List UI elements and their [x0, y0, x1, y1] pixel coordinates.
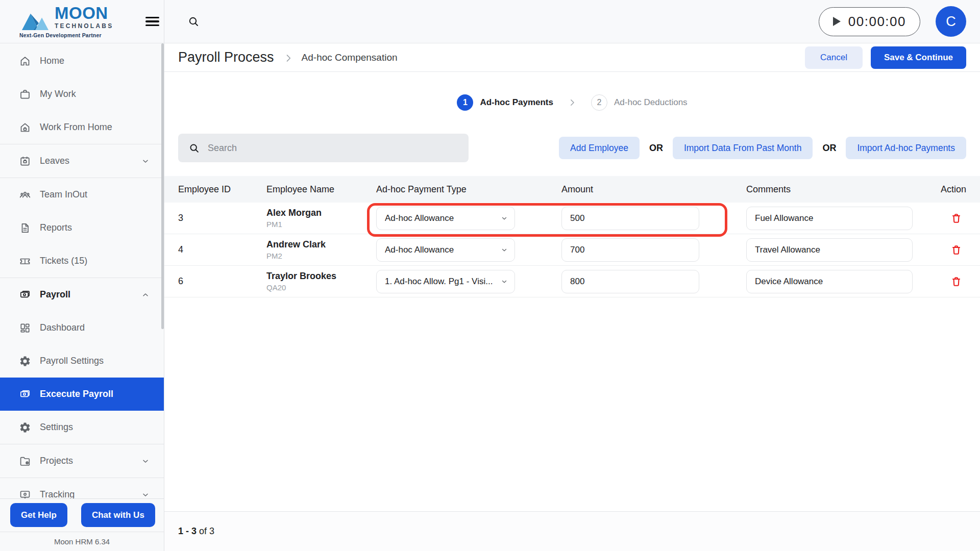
adhoc-payments-table: Employee IDEmployee NameAd-hoc Payment T…: [164, 176, 980, 297]
moon-logo-icon: [19, 7, 51, 30]
employee-id: 6: [178, 276, 266, 287]
comments-cell: [746, 238, 935, 262]
delete-row-button[interactable]: [946, 208, 966, 229]
sidebar-item-home[interactable]: Home: [0, 44, 164, 78]
sidebar-item-label: Projects: [40, 456, 141, 466]
sidebar: HomeMy WorkWork From HomeLeavesTeam InOu…: [0, 43, 164, 551]
payment-type-value: Ad-hoc Allowance: [385, 245, 454, 255]
payment-type-value: 1. Ad-hoc Allow. Pg1 - Visi...: [385, 277, 493, 287]
amount-cell: [561, 270, 746, 293]
gear-icon: [19, 421, 31, 434]
trash-icon: [950, 212, 962, 224]
comment-input[interactable]: [746, 238, 913, 262]
chevron-down-icon: [141, 491, 150, 499]
sidebar-item-label: Excecute Payroll: [40, 389, 150, 399]
search-icon: [189, 143, 200, 154]
chevron-down-icon: [141, 157, 150, 165]
payment-type-select[interactable]: Ad-hoc Allowance: [376, 207, 515, 230]
stepper: 1 Ad-hoc Payments 2 Ad-hoc Deductions: [164, 94, 980, 111]
topbar: MOON TECHNOLABS Next-Gen Development Par…: [0, 0, 980, 43]
search-input[interactable]: [208, 143, 469, 154]
logo-subtitle: TECHNOLABS: [55, 23, 113, 29]
briefcase-icon: [19, 88, 31, 101]
people-icon: [19, 189, 31, 201]
sidebar-item-label: Work From Home: [40, 122, 150, 133]
chevron-down-icon: [501, 215, 508, 222]
comment-input[interactable]: [746, 270, 913, 293]
add-employee-button[interactable]: Add Employee: [559, 137, 640, 159]
chevron-right-icon: [568, 98, 577, 107]
sidebar-nav: HomeMy WorkWork From HomeLeavesTeam InOu…: [0, 43, 164, 511]
sidebar-item-label: Home: [40, 56, 150, 66]
action-cell: [935, 208, 966, 229]
toolbar: Add Employee OR Import Data From Past Mo…: [164, 134, 980, 162]
chevron-down-icon: [141, 457, 150, 465]
delete-row-button[interactable]: [946, 240, 966, 260]
pagination-range: 1 - 3: [178, 526, 197, 537]
amount-input[interactable]: [561, 270, 699, 293]
payment-type-select[interactable]: Ad-hoc Allowance: [376, 238, 515, 262]
comment-input[interactable]: [746, 207, 913, 230]
search-icon[interactable]: [187, 15, 200, 28]
timer-widget[interactable]: 00:00:00: [819, 7, 920, 36]
sidebar-item-leaves[interactable]: Leaves: [0, 144, 164, 178]
column-header-employee-id: Employee ID: [178, 184, 266, 195]
sidebar-item-tickets-15[interactable]: Tickets (15): [0, 244, 164, 278]
sidebar-item-label: Payroll: [40, 289, 141, 300]
pagination: 1 - 3 of 3: [164, 511, 980, 551]
sidebar-item-payroll[interactable]: Payroll: [0, 278, 164, 311]
sidebar-item-label: Dashboard: [40, 322, 150, 333]
employee-code: PM1: [266, 220, 376, 229]
sidebar-item-excecute-payroll[interactable]: Excecute Payroll: [0, 378, 164, 411]
or-label: OR: [649, 143, 663, 154]
delete-row-button[interactable]: [946, 271, 966, 292]
sidebar-item-work-from-home[interactable]: Work From Home: [0, 111, 164, 144]
ticket-icon: [19, 255, 31, 267]
step-label: Ad-hoc Payments: [480, 97, 553, 108]
table-body: 3Alex MorganPM1Ad-hoc Allowance4Andrew C…: [164, 203, 980, 297]
payment-type-cell: Ad-hoc Allowance: [376, 238, 561, 262]
calendar-icon: [19, 155, 31, 167]
sidebar-scrollbar[interactable]: [161, 43, 164, 329]
import-past-month-button[interactable]: Import Data From Past Month: [673, 137, 813, 159]
breadcrumb-chevron-icon: [283, 53, 293, 63]
sidebar-item-settings[interactable]: Settings: [0, 411, 164, 444]
hamburger-menu-icon[interactable]: [145, 17, 159, 27]
get-help-button[interactable]: Get Help: [10, 503, 67, 527]
page-title: Payroll Process: [178, 49, 274, 65]
amount-input[interactable]: [561, 207, 699, 230]
home-icon: [19, 55, 31, 67]
step-adhoc-payments[interactable]: 1 Ad-hoc Payments: [457, 94, 553, 111]
payment-type-select[interactable]: 1. Ad-hoc Allow. Pg1 - Visi...: [376, 270, 515, 293]
sidebar-item-projects[interactable]: Projects: [0, 444, 164, 478]
chat-with-us-button[interactable]: Chat with Us: [81, 503, 155, 527]
import-adhoc-payments-button[interactable]: Import Ad-hoc Payments: [846, 137, 966, 159]
sidebar-item-payroll-settings[interactable]: Payroll Settings: [0, 344, 164, 378]
sidebar-item-label: Reports: [40, 222, 150, 233]
pagination-total: of 3: [199, 526, 214, 537]
sidebar-item-reports[interactable]: Reports: [0, 211, 164, 244]
search-box[interactable]: [178, 134, 469, 162]
comments-cell: [746, 270, 935, 293]
play-icon[interactable]: [833, 17, 841, 26]
employee-code: PM2: [266, 252, 376, 260]
sidebar-item-dashboard[interactable]: Dashboard: [0, 311, 164, 344]
app-version: Moon HRM 6.34: [0, 532, 164, 551]
sidebar-item-team-inout[interactable]: Team InOut: [0, 178, 164, 211]
save-continue-button[interactable]: Save & Continue: [871, 46, 966, 69]
payment-type-cell: Ad-hoc Allowance: [376, 207, 561, 230]
avatar[interactable]: C: [936, 6, 966, 37]
trash-icon: [950, 244, 962, 256]
amount-input[interactable]: [561, 238, 699, 262]
folder-icon: [19, 455, 31, 467]
column-header-ad-hoc-payment-type: Ad-hoc Payment Type: [376, 184, 561, 195]
sidebar-item-my-work[interactable]: My Work: [0, 78, 164, 111]
cancel-button[interactable]: Cancel: [805, 46, 863, 69]
payment-type-cell: 1. Ad-hoc Allow. Pg1 - Visi...: [376, 270, 561, 293]
sidebar-item-label: My Work: [40, 89, 150, 99]
page-header: Payroll Process Ad-hoc Compensation Canc…: [164, 43, 980, 72]
payment-type-value: Ad-hoc Allowance: [385, 213, 454, 223]
step-adhoc-deductions[interactable]: 2 Ad-hoc Deductions: [591, 94, 688, 111]
table-row: 6Traylor BrookesQA201. Ad-hoc Allow. Pg1…: [164, 266, 980, 297]
sidebar-footer: Get Help Chat with Us Moon HRM 6.34: [0, 498, 164, 551]
